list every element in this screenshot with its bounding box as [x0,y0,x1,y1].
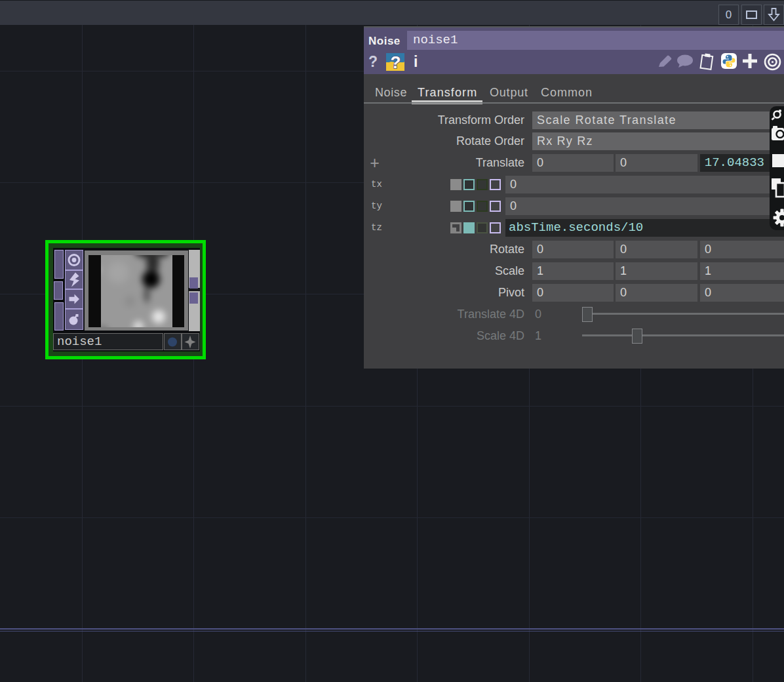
svg-text:?: ? [391,53,401,71]
